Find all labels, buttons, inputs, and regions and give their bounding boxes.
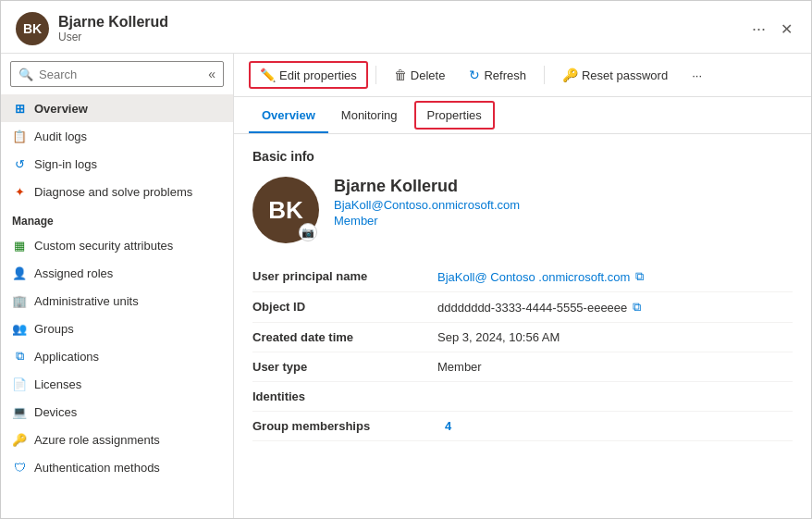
- field-value-groups: 4: [437, 412, 793, 440]
- more-options-button[interactable]: ···: [682, 63, 712, 88]
- camera-icon[interactable]: 📷: [299, 223, 317, 241]
- reset-icon: 🔑: [562, 68, 578, 82]
- audit-logs-icon: 📋: [12, 129, 27, 143]
- field-label-objectid: Object ID: [252, 292, 437, 323]
- field-label-groups: Group memberships: [252, 412, 437, 441]
- more-options-label: ···: [692, 68, 702, 82]
- nav-label-diagnose: Diagnose and solve problems: [34, 185, 192, 199]
- reset-label: Reset password: [582, 68, 668, 82]
- licenses-icon: 📄: [12, 377, 27, 391]
- auth-methods-icon: 🛡: [12, 460, 27, 475]
- header-username: Bjarne Kollerud: [58, 14, 752, 31]
- nav-label-devices: Devices: [34, 405, 77, 419]
- nav-label-signin-logs: Sign-in logs: [34, 157, 97, 171]
- edit-properties-button[interactable]: ✏️ Edit properties: [249, 61, 368, 89]
- nav-label-auth-methods: Authentication methods: [34, 461, 160, 475]
- header-more-icon[interactable]: ···: [752, 19, 766, 39]
- sidebar: 🔍 « ⊞ Overview 📋 Audit logs ↺ Sign-in lo…: [1, 54, 234, 518]
- table-row: Object ID dddddddd-3333-4444-5555-eeeeee…: [252, 292, 793, 323]
- nav-label-licenses: Licenses: [34, 377, 81, 391]
- edit-icon: ✏️: [260, 68, 276, 82]
- tabs-bar: Overview Monitoring Properties: [234, 97, 811, 134]
- toolbar-sep-2: [544, 66, 545, 84]
- delete-icon: 🗑: [394, 68, 407, 82]
- basic-info-title: Basic info: [252, 149, 793, 164]
- copy-upn-icon[interactable]: ⧉: [635, 269, 644, 284]
- reset-password-button[interactable]: 🔑 Reset password: [552, 62, 678, 88]
- sidebar-item-overview[interactable]: ⊞ Overview: [1, 94, 233, 122]
- tab-monitoring[interactable]: Monitoring: [328, 99, 411, 133]
- sidebar-item-signin-logs[interactable]: ↺ Sign-in logs: [1, 150, 233, 178]
- table-row: User principal name BjaKoll@ Contoso .on…: [252, 262, 793, 292]
- nav-label-overview: Overview: [34, 102, 88, 116]
- sidebar-item-licenses[interactable]: 📄 Licenses: [1, 370, 233, 398]
- header-title-section: Bjarne Kollerud User: [58, 14, 752, 43]
- nav-label-custom-security: Custom security attributes: [34, 239, 173, 253]
- header-avatar: BK: [16, 12, 49, 45]
- toolbar-sep-1: [375, 66, 376, 84]
- field-value-upn: BjaKoll@ Contoso .onmicrosoft.com ⧉: [437, 262, 793, 291]
- panel-header: BK Bjarne Kollerud User ··· ✕: [1, 1, 811, 54]
- groups-icon: 👥: [12, 321, 27, 336]
- manage-section-header: Manage: [1, 205, 233, 231]
- user-avatar-large: BK 📷: [252, 177, 319, 243]
- toolbar: ✏️ Edit properties 🗑 Delete ↻ Refresh 🔑 …: [234, 54, 811, 97]
- delete-button[interactable]: 🗑 Delete: [384, 62, 456, 88]
- sidebar-item-audit-logs[interactable]: 📋 Audit logs: [1, 122, 233, 150]
- user-type-label: Member: [334, 214, 520, 228]
- refresh-button[interactable]: ↻ Refresh: [459, 62, 536, 88]
- tab-overview[interactable]: Overview: [249, 99, 328, 133]
- sidebar-item-custom-security[interactable]: ▦ Custom security attributes: [1, 231, 233, 259]
- content-area: ✏️ Edit properties 🗑 Delete ↻ Refresh 🔑 …: [234, 54, 811, 518]
- tab-properties[interactable]: Properties: [414, 101, 495, 130]
- copy-objectid-icon[interactable]: ⧉: [633, 300, 641, 315]
- table-row: Identities: [252, 382, 793, 412]
- field-value-objectid: dddddddd-3333-4444-5555-eeeeee ⧉: [437, 292, 793, 322]
- table-row: Created date time Sep 3, 2024, 10:56 AM: [252, 323, 793, 352]
- field-label-created: Created date time: [252, 323, 437, 352]
- search-input[interactable]: [39, 68, 208, 81]
- content-body: Basic info BK 📷 Bjarne Kollerud BjaKoll@…: [234, 134, 811, 518]
- collapse-icon[interactable]: «: [208, 67, 215, 81]
- custom-security-icon: ▦: [12, 238, 27, 253]
- delete-label: Delete: [411, 68, 446, 82]
- devices-icon: 💻: [12, 404, 27, 419]
- admin-units-icon: 🏢: [12, 293, 27, 308]
- nav-label-audit-logs: Audit logs: [34, 130, 87, 143]
- field-value-created: Sep 3, 2024, 10:56 AM: [437, 323, 793, 352]
- objectid-value: dddddddd-3333-4444-5555-eeeeee: [437, 301, 627, 315]
- field-value-usertype: Member: [437, 352, 793, 381]
- sidebar-item-auth-methods[interactable]: 🛡 Authentication methods: [1, 453, 233, 481]
- sidebar-item-admin-units[interactable]: 🏢 Administrative units: [1, 287, 233, 315]
- nav-label-groups: Groups: [34, 322, 74, 336]
- sidebar-item-diagnose[interactable]: ✦ Diagnose and solve problems: [1, 178, 233, 205]
- user-email: BjaKoll@Contoso.onmicrosoft.com: [334, 198, 520, 212]
- table-row: Group memberships 4: [252, 412, 793, 441]
- sidebar-item-groups[interactable]: 👥 Groups: [1, 315, 233, 342]
- usertype-value: Member: [437, 360, 482, 374]
- upn-value: BjaKoll@ Contoso .onmicrosoft.com: [437, 270, 630, 284]
- info-table: User principal name BjaKoll@ Contoso .on…: [252, 262, 793, 441]
- sidebar-item-azure-roles[interactable]: 🔑 Azure role assignments: [1, 426, 233, 453]
- field-label-identities: Identities: [252, 382, 437, 412]
- nav-label-azure-roles: Azure role assignments: [34, 433, 160, 447]
- nav-label-assigned-roles: Assigned roles: [34, 266, 113, 280]
- search-icon: 🔍: [18, 68, 33, 81]
- group-count-link[interactable]: 4: [445, 419, 451, 433]
- sidebar-item-devices[interactable]: 💻 Devices: [1, 398, 233, 426]
- nav-label-applications: Applications: [34, 350, 99, 364]
- search-box[interactable]: 🔍 «: [10, 61, 224, 87]
- signin-logs-icon: ↺: [12, 156, 27, 171]
- edit-properties-label: Edit properties: [279, 68, 357, 82]
- azure-roles-icon: 🔑: [12, 432, 27, 447]
- diagnose-icon: ✦: [12, 184, 27, 199]
- field-value-identities: [437, 382, 793, 397]
- user-full-name: Bjarne Kollerud: [334, 177, 520, 196]
- sidebar-item-applications[interactable]: ⧉ Applications: [1, 342, 233, 370]
- sidebar-item-assigned-roles[interactable]: 👤 Assigned roles: [1, 259, 233, 287]
- nav-label-admin-units: Administrative units: [34, 294, 139, 308]
- overview-icon: ⊞: [12, 101, 27, 116]
- refresh-icon: ↻: [469, 68, 480, 82]
- created-value: Sep 3, 2024, 10:56 AM: [437, 330, 560, 344]
- close-button[interactable]: ✕: [777, 17, 796, 42]
